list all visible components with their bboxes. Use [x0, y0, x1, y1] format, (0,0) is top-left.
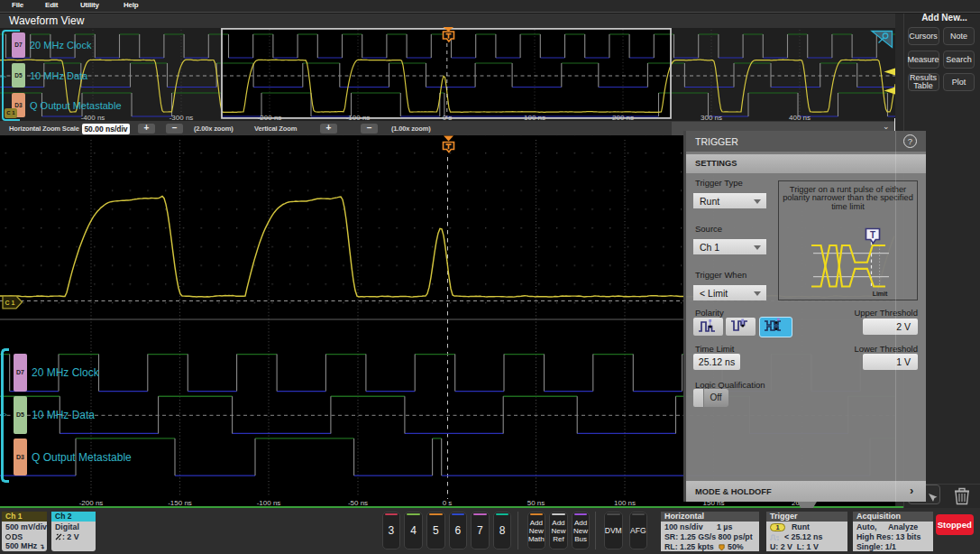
svg-text:T: T	[870, 230, 875, 240]
svg-text:Limit: Limit	[873, 291, 888, 297]
svg-text:C 1: C 1	[5, 300, 15, 306]
